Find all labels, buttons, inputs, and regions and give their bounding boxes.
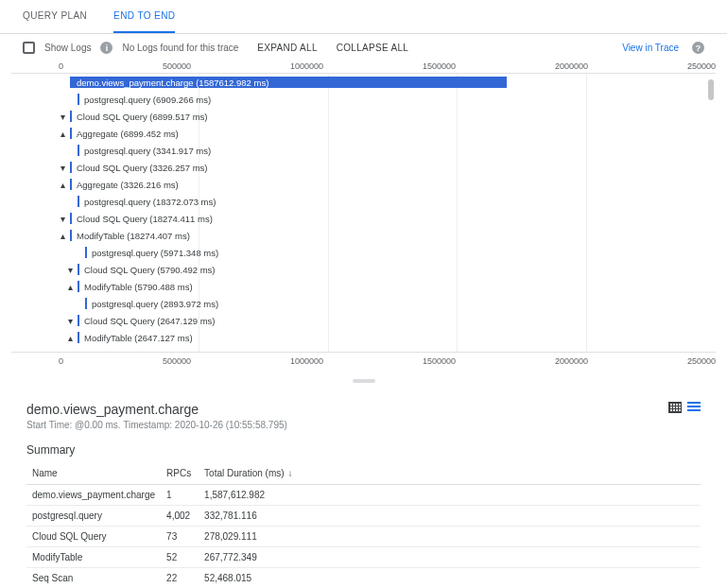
cell-rpcs: 22 <box>161 568 199 589</box>
cell-rpcs: 4,002 <box>161 506 199 527</box>
ruler-tick: 2000000 <box>555 61 588 71</box>
span-label: demo.views_payment.charge (1587612.982 m… <box>73 78 268 88</box>
trace-span-row[interactable]: ▾Cloud SQL Query (18274.411 ms) <box>11 210 716 227</box>
span-bar <box>70 111 72 122</box>
sort-desc-icon: ↓ <box>288 468 293 478</box>
chevron-up-icon[interactable]: ▴ <box>57 231 68 241</box>
trace-span-row[interactable]: postgresql.query (5971.348 ms) <box>11 244 716 261</box>
span-label: ModifyTable (18274.407 ms) <box>73 231 190 241</box>
cell-rpcs: 73 <box>161 527 199 547</box>
summary-heading: Summary <box>26 443 701 457</box>
trace-span-row[interactable]: postgresql.query (2893.972 ms) <box>11 295 716 312</box>
trace-span-row[interactable]: ▾Cloud SQL Query (3326.257 ms) <box>11 159 716 176</box>
cell-name: ModifyTable <box>26 547 161 568</box>
ruler-tick: 1500000 <box>423 356 456 366</box>
ruler-tick: 500000 <box>163 61 191 71</box>
show-logs-label: Show Logs <box>44 43 91 53</box>
trace-span-row[interactable]: ▴ModifyTable (18274.407 ms) <box>11 227 716 244</box>
span-bar <box>78 264 79 275</box>
chevron-down-icon[interactable]: ▾ <box>64 316 76 326</box>
view-table-icon[interactable] <box>668 402 682 413</box>
chevron-up-icon[interactable]: ▴ <box>64 333 76 343</box>
span-label: postgresql.query (6909.266 ms) <box>80 95 211 105</box>
cell-rpcs: 52 <box>161 547 199 568</box>
ruler-tick: 1000000 <box>290 61 323 71</box>
span-label: postgresql.query (5971.348 ms) <box>88 248 218 258</box>
ruler-tick: 1000000 <box>290 356 323 366</box>
cell-dur: 52,468.015 <box>199 568 701 589</box>
ruler-tick: 0 <box>59 61 63 71</box>
span-bar <box>70 230 72 241</box>
chevron-down-icon[interactable]: ▾ <box>57 112 68 122</box>
trace-span-row[interactable]: ▴Aggregate (6899.452 ms) <box>11 125 716 142</box>
ruler-tick: 250000 <box>687 61 716 71</box>
trace-span-row[interactable]: ▾Cloud SQL Query (5790.492 ms) <box>11 261 716 278</box>
details-title: demo.views_payment.charge <box>26 402 287 417</box>
col-header-duration[interactable]: Total Duration (ms)↓ <box>199 462 701 485</box>
show-logs-checkbox[interactable] <box>23 42 35 54</box>
span-label: postgresql.query (18372.073 ms) <box>80 197 216 207</box>
span-bar <box>78 281 79 292</box>
span-label: Aggregate (6899.452 ms) <box>73 129 179 139</box>
trace-span-row[interactable]: ▴ModifyTable (2647.127 ms) <box>11 329 716 346</box>
cell-name: Seq Scan <box>26 568 161 589</box>
table-row[interactable]: demo.views_payment.charge11,587,612.982 <box>26 485 701 506</box>
details-subtitle: Start Time: @0.00 ms. Timestamp: 2020-10… <box>26 420 287 430</box>
panel-drag-handle[interactable] <box>0 375 727 392</box>
toolbar: Show Logs i No Logs found for this trace… <box>0 34 727 61</box>
tabs-bar: QUERY PLAN END TO END <box>0 0 727 34</box>
table-row[interactable]: ModifyTable52267,772.349 <box>26 547 701 568</box>
trace-span-row[interactable]: ▴Aggregate (3326.216 ms) <box>11 176 716 193</box>
span-bar <box>78 196 79 207</box>
info-icon: i <box>100 42 113 54</box>
expand-all-button[interactable]: EXPAND ALL <box>257 43 317 53</box>
trace-area[interactable]: ▾demo.views_payment.charge (1587612.982 … <box>11 73 716 353</box>
ruler-tick: 2000000 <box>555 356 588 366</box>
table-row[interactable]: Cloud SQL Query73278,029.111 <box>26 527 701 547</box>
view-bars-icon[interactable] <box>687 402 701 413</box>
span-label: Cloud SQL Query (18274.411 ms) <box>73 214 213 224</box>
trace-span-row[interactable]: ▾Cloud SQL Query (2647.129 ms) <box>11 312 716 329</box>
chevron-down-icon[interactable]: ▾ <box>57 163 68 173</box>
span-bar <box>78 315 79 326</box>
cell-name: Cloud SQL Query <box>26 527 161 547</box>
trace-span-row[interactable]: postgresql.query (3341.917 ms) <box>11 142 716 159</box>
cell-dur: 267,772.349 <box>199 547 701 568</box>
chevron-down-icon[interactable]: ▾ <box>57 78 68 88</box>
table-row[interactable]: Seq Scan2252,468.015 <box>26 568 701 589</box>
chevron-up-icon[interactable]: ▴ <box>57 180 68 190</box>
collapse-all-button[interactable]: COLLAPSE ALL <box>337 43 408 53</box>
trace-span-row[interactable]: postgresql.query (6909.266 ms) <box>11 91 716 108</box>
ruler-tick: 250000 <box>687 356 716 366</box>
span-label: Aggregate (3326.216 ms) <box>73 180 179 190</box>
trace-span-row[interactable]: ▾Cloud SQL Query (6899.517 ms) <box>11 108 716 125</box>
chevron-up-icon[interactable]: ▴ <box>57 129 68 139</box>
ruler-top: 0 500000 1000000 1500000 2000000 250000 <box>11 61 716 73</box>
table-row[interactable]: postgresql.query4,002332,781.116 <box>26 506 701 527</box>
span-label: postgresql.query (2893.972 ms) <box>88 299 218 309</box>
span-label: Cloud SQL Query (2647.129 ms) <box>80 316 216 326</box>
ruler-bottom: 0 500000 1000000 1500000 2000000 250000 <box>11 353 716 375</box>
cell-dur: 332,781.116 <box>199 506 701 527</box>
chevron-down-icon[interactable]: ▾ <box>57 214 68 224</box>
tab-query-plan[interactable]: QUERY PLAN <box>23 0 87 33</box>
col-header-name[interactable]: Name <box>26 462 161 485</box>
span-label: ModifyTable (5790.488 ms) <box>80 282 193 292</box>
tab-end-to-end[interactable]: END TO END <box>113 0 175 33</box>
trace-span-row[interactable]: ▾demo.views_payment.charge (1587612.982 … <box>11 74 716 91</box>
span-bar <box>78 94 79 105</box>
trace-span-row[interactable]: ▴ModifyTable (5790.488 ms) <box>11 278 716 295</box>
view-in-trace-link[interactable]: View in Trace <box>622 43 679 53</box>
ruler-tick: 0 <box>59 356 63 366</box>
chevron-up-icon[interactable]: ▴ <box>64 282 76 292</box>
col-header-rpcs[interactable]: RPCs <box>161 462 199 485</box>
span-label: Cloud SQL Query (3326.257 ms) <box>73 163 208 173</box>
span-bar <box>70 179 72 190</box>
trace-viewport: 0 500000 1000000 1500000 2000000 250000 … <box>0 61 727 375</box>
cell-name: postgresql.query <box>26 506 161 527</box>
span-bar <box>78 332 79 343</box>
span-bar <box>85 298 87 309</box>
chevron-down-icon[interactable]: ▾ <box>64 265 76 275</box>
span-label: ModifyTable (2647.127 ms) <box>80 333 193 343</box>
trace-span-row[interactable]: postgresql.query (18372.073 ms) <box>11 193 716 210</box>
